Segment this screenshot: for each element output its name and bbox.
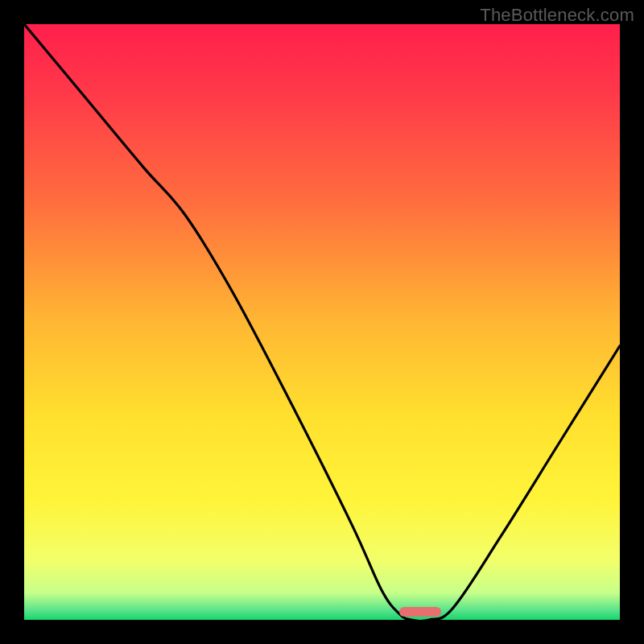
gradient-background [24,24,620,620]
chart-svg [24,24,620,620]
watermark-text: TheBottleneck.com [480,5,634,26]
optimal-marker [399,607,441,617]
plot-area [24,24,620,620]
chart-frame: TheBottleneck.com [0,0,644,644]
